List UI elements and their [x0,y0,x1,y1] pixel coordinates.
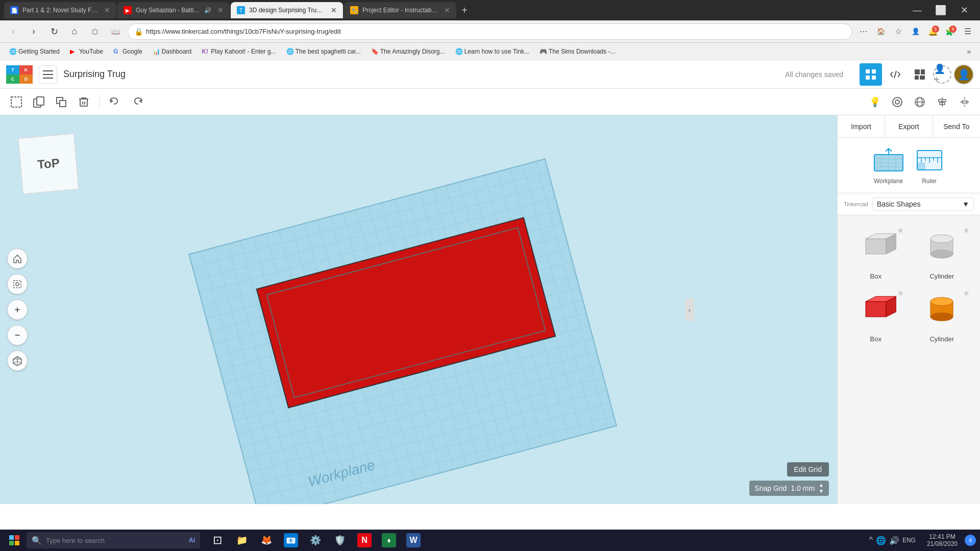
grid-view-button[interactable] [860,63,882,86]
header-actions: 👤+ 👤 [860,63,974,86]
camera-tool[interactable] [888,93,906,111]
taskbar-search[interactable]: 🔍 Type here to search Ai [27,532,200,548]
shield-button[interactable]: 🛡️ [329,530,351,551]
import-button[interactable]: Import [838,115,885,137]
align-tool[interactable] [933,93,951,111]
home-view-button[interactable] [7,248,28,269]
tab-tinkercad[interactable]: T 3D design Surprising Trug | Tin... ✕ [231,2,343,18]
undo-tool[interactable] [105,92,125,112]
bookmark-disorg[interactable]: 🔖 The Amazingly Disorg... [367,47,449,56]
shape-item-box-red[interactable]: ★ Box [846,286,906,343]
star-cylinder-gray[interactable]: ★ [963,226,970,235]
zoom-in-button[interactable]: + [7,299,28,320]
tab-instructables[interactable]: 🔧 Project Editor - Instructables ✕ [344,2,456,18]
taskbar-center: ⊡ 📁 🦊 📧 ⚙️ 🛡️ N ♦ W [206,530,425,551]
tab-close-3[interactable]: ✕ [331,6,337,14]
delete-tool[interactable] [74,92,94,112]
bookmark-youtube[interactable]: ▶ YouTube [66,47,107,56]
top-view-indicator[interactable]: ToP [18,133,79,194]
netflix-button[interactable]: N [353,530,376,551]
snap-up-button[interactable]: ▲ [819,483,824,488]
snap-arrows: ▲ ▼ [819,483,824,494]
maximize-button[interactable]: ⬜ [929,0,952,20]
mirror-tool[interactable] [955,93,974,111]
redo-tool[interactable] [127,92,148,112]
bookmark-star[interactable]: ☆ [891,24,905,39]
bookmark-spaghetti[interactable]: 🌐 The best spaghetti car... [282,47,365,56]
bookmark-dashboard[interactable]: 📊 Dashboard [149,47,196,56]
outlook-button[interactable]: 📧 [280,530,302,551]
tab-novel-study[interactable]: 📄 Part 1 & 2: Novel Study Final D ✕ [4,2,116,18]
hamburger-menu[interactable]: ☰ [961,24,975,39]
bookmark-kahoot[interactable]: K! Play Kahoot! - Enter g... [198,47,280,56]
copy-tool[interactable] [29,92,49,112]
star-box-gray[interactable]: ★ [897,226,904,235]
back-button[interactable]: ‹ [5,23,21,40]
minimize-button[interactable]: — [905,0,929,20]
box-select-tool[interactable] [6,92,27,112]
tray-sound-icon[interactable]: 🔊 [889,536,899,545]
file-explorer-button[interactable]: 📁 [231,530,253,551]
tab-close-2[interactable]: ✕ [217,6,224,14]
clock[interactable]: 12:41 PM 21/08/2020 [923,533,962,547]
profile-icon[interactable]: 👤 [909,24,923,39]
star-cylinder-orange[interactable]: ★ [963,288,970,298]
add-user-button[interactable]: 👤+ [933,65,951,84]
light-tool[interactable]: 💡 [866,93,884,111]
start-button[interactable] [4,530,24,550]
bookmark-sims[interactable]: 🎮 The Sims Downloads -... [535,47,620,56]
user-avatar-button[interactable]: 👤 [953,64,974,85]
forward-button[interactable]: › [26,23,42,40]
shapes-dropdown[interactable]: Basic Shapes ▼ [872,197,974,211]
word-button[interactable]: W [402,530,425,551]
bookmark-google[interactable]: G Google [109,47,146,56]
home-button[interactable]: ⌂ [66,23,83,40]
tray-chevron-icon[interactable]: ^ [869,536,873,545]
view-circle-tool[interactable] [911,93,929,111]
panel-collapse-button[interactable]: › [685,298,694,321]
sims-button[interactable]: ♦ [378,530,400,551]
edit-grid-button[interactable]: Edit Grid [787,462,829,477]
export-button[interactable]: Export [885,115,933,137]
send-to-button[interactable]: Send To [933,115,980,137]
fit-view-button[interactable] [7,274,28,294]
ruler-tool[interactable]: Ruler [913,146,946,185]
container-icon[interactable]: 🏠 [874,24,888,39]
bookmark-tinkercad-learn[interactable]: 🌐 Learn how to use Tink... [451,47,533,56]
extensions-icon[interactable]: ⋯ [856,24,871,39]
tab-youtube[interactable]: ▶ Guy Sebastian - Battle Scars 🔊 ✕ [117,2,230,18]
extensions-button[interactable]: ⬡ [87,23,103,40]
canvas-area[interactable]: ToP + − [0,115,837,504]
tab-close-4[interactable]: ✕ [444,6,450,14]
tab-favicon-3: T [237,6,245,14]
zoom-out-button[interactable]: − [7,325,28,345]
reader-mode-button[interactable]: 📖 [107,23,124,40]
blocks-view-button[interactable] [909,63,931,86]
addons-icon[interactable]: 🧩 9 [943,24,958,39]
bookmark-getting-started[interactable]: 🌐 Getting Started [5,47,64,56]
close-button[interactable]: ✕ [952,0,976,20]
refresh-button[interactable]: ↻ [46,23,62,40]
duplicate-tool[interactable] [51,92,71,112]
project-title[interactable]: Surprising Trug [63,69,779,80]
star-box-red[interactable]: ★ [897,288,904,298]
notification-button[interactable]: 4 [965,535,976,546]
bookmarks-more-button[interactable]: » [963,46,975,57]
workplane-tool[interactable]: Workplane [872,146,905,185]
shape-item-cylinder-orange[interactable]: ★ Cylinder [912,286,972,343]
url-bar[interactable]: 🔒 https://www.tinkercad.com/things/10cb7… [128,23,852,40]
firefox-button[interactable]: 🦊 [255,530,278,551]
shape-item-cylinder-gray[interactable]: ★ Cylinder [912,223,972,280]
code-view-button[interactable] [884,63,906,86]
tray-network-icon[interactable]: 🌐 [876,536,886,545]
shape-item-box-gray[interactable]: ★ Box [846,223,906,280]
snap-down-button[interactable]: ▼ [819,489,824,494]
tab-close-1[interactable]: ✕ [104,6,110,14]
settings-button[interactable]: ⚙️ [304,530,327,551]
menu-toggle-button[interactable] [39,65,57,84]
notifications-icon[interactable]: 🔔 5 [926,24,940,39]
cube-view-button[interactable] [7,350,28,371]
new-tab-button[interactable]: + [457,3,472,17]
task-view-button[interactable]: ⊡ [206,530,229,551]
cylinder-orange-label: Cylinder [929,335,954,343]
